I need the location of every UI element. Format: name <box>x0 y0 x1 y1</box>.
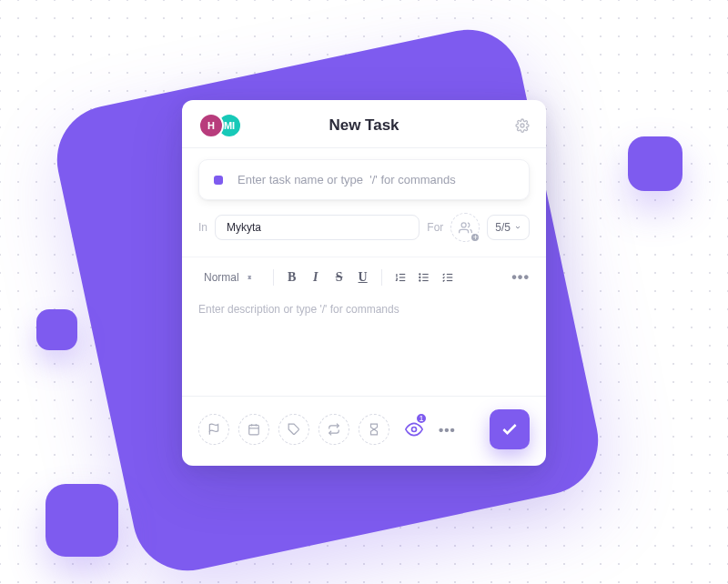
task-name-field[interactable] <box>198 159 530 200</box>
svg-point-20 <box>412 428 417 432</box>
svg-point-9 <box>419 277 420 277</box>
svg-point-1 <box>461 222 466 227</box>
bold-button[interactable]: B <box>281 267 303 288</box>
toolbar-more-button[interactable]: ••• <box>511 269 530 286</box>
ordered-list-icon <box>394 271 407 284</box>
divider <box>381 269 382 286</box>
task-name-section <box>182 148 546 211</box>
check-icon <box>500 420 519 438</box>
checklist-button[interactable] <box>437 267 459 288</box>
svg-rect-15 <box>249 425 259 435</box>
watchers-count-badge: 1 <box>415 412 428 425</box>
block-format-selector[interactable]: Normal ▲▼ <box>198 267 258 287</box>
svg-point-0 <box>521 124 524 127</box>
checklist-icon <box>441 271 454 284</box>
recurring-icon <box>328 423 340 436</box>
bullet-list-button[interactable] <box>413 267 435 288</box>
tags-button[interactable] <box>278 414 309 445</box>
svg-point-8 <box>419 274 420 275</box>
underline-button[interactable]: U <box>352 267 374 288</box>
description-area <box>198 297 530 388</box>
svg-point-10 <box>419 280 420 281</box>
assignee-add-button[interactable]: + <box>450 213 480 242</box>
dependencies-button[interactable] <box>318 414 349 445</box>
plus-badge-icon: + <box>470 232 480 243</box>
bg-decoration-bottom-left <box>46 484 118 557</box>
create-task-button[interactable] <box>490 409 530 449</box>
avatar-group[interactable]: H MI <box>198 113 242 138</box>
time-estimate-button[interactable] <box>359 414 389 445</box>
modal-footer: 1 ••• <box>182 396 546 449</box>
progress-value: 5/5 <box>495 221 511 234</box>
location-selector[interactable]: Mykyta <box>215 215 420 240</box>
modal-title: New Task <box>329 116 399 135</box>
modal-header: H MI New Task <box>182 100 546 148</box>
gear-icon <box>515 118 530 133</box>
task-name-input[interactable] <box>238 173 514 186</box>
hourglass-icon <box>368 423 380 436</box>
watchers-button[interactable]: 1 <box>399 414 430 445</box>
status-indicator-icon[interactable] <box>214 176 223 185</box>
settings-button[interactable] <box>515 118 530 133</box>
tag-icon <box>288 423 300 436</box>
new-task-modal: H MI New Task In Mykyta For <box>182 100 546 466</box>
calendar-icon <box>248 423 260 436</box>
priority-button[interactable] <box>198 414 229 445</box>
bg-decoration-tiny <box>36 309 77 350</box>
flag-icon <box>207 423 220 436</box>
italic-button[interactable]: I <box>305 267 327 288</box>
description-input[interactable] <box>198 297 530 379</box>
ordered-list-button[interactable] <box>389 267 411 288</box>
in-label: In <box>198 221 207 234</box>
location-value: Mykyta <box>227 221 261 234</box>
format-label: Normal <box>204 271 239 284</box>
avatar: H <box>198 113 224 138</box>
bg-decoration-right <box>628 136 682 191</box>
editor-toolbar: Normal ▲▼ B I S U ••• <box>182 257 546 294</box>
people-icon <box>459 221 472 235</box>
strikethrough-button[interactable]: S <box>329 267 350 288</box>
chevron-down-icon <box>514 224 521 231</box>
due-date-button[interactable] <box>238 414 269 445</box>
for-label: For <box>427 221 443 234</box>
meta-row: In Mykyta For + 5/5 <box>182 211 546 253</box>
footer-more-button[interactable]: ••• <box>439 422 456 438</box>
bullet-list-icon <box>418 271 430 284</box>
divider <box>273 269 274 286</box>
progress-selector[interactable]: 5/5 <box>487 215 530 240</box>
